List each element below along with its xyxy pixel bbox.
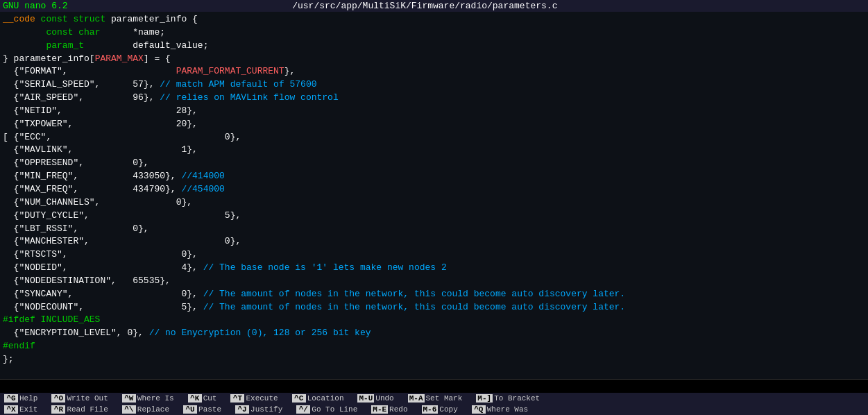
shortcut-group[interactable]: M-6Copy (418, 404, 468, 415)
code-line: }; (3, 353, 865, 366)
shortcut-key: ^/ (296, 405, 310, 414)
editor-area[interactable]: __code const struct parameter_info { con… (0, 12, 868, 379)
shortcut-group[interactable]: ^TExecute (226, 393, 287, 404)
code-line: {"LBT_RSSI", 0}, (3, 223, 865, 236)
shortcut-key: M-E (371, 405, 388, 414)
shortcut-key: ^C (292, 394, 306, 403)
shortcut-group[interactable]: ^\Replace (118, 404, 179, 415)
code-line: {"NODEID", 4}, // The base node is '1' l… (3, 262, 865, 275)
shortcut-key: ^O (51, 394, 65, 403)
shortcut-group[interactable]: M-UUndo (353, 393, 403, 404)
shortcut-label: Where Is (137, 394, 174, 403)
status-bar (0, 379, 868, 393)
code-line: {"NUM_CHANNELS", 0}, (3, 196, 865, 210)
code-line: {"RTSCTS", 0}, (3, 248, 865, 262)
shortcut-key: ^U (183, 405, 197, 414)
shortcut-group[interactable]: M-]To Bracket (472, 393, 550, 404)
shortcut-group[interactable]: ^XExit (0, 404, 47, 415)
code-line: {"NETID", 28}, (3, 105, 865, 118)
shortcut-label: Copy (439, 405, 457, 414)
code-line: } parameter_info[PARAM_MAX] = { (3, 53, 865, 66)
title-bar: GNU nano 6.2 /usr/src/app/MultiSiK/Firmw… (0, 0, 868, 12)
shortcut-label: Write Out (67, 394, 108, 403)
shortcut-label: To Bracket (494, 394, 540, 403)
shortcut-group[interactable]: ^JJustify (231, 404, 292, 415)
code-line: #endif (3, 340, 865, 353)
code-line: {"AIR_SPEED", 96}, // relies on MAVLink … (3, 92, 865, 105)
shortcut-group[interactable]: ^KCut (184, 393, 227, 404)
shortcut-label: Read File (67, 405, 108, 414)
shortcut-group[interactable]: ^WWhere Is (118, 393, 184, 404)
code-line: [ {"ECC", 0}, (3, 131, 865, 144)
shortcut-label: Redo (389, 405, 407, 414)
shortcut-bar: ^GHelp^OWrite Out^WWhere Is^KCut^TExecut… (0, 393, 868, 415)
shortcut-group[interactable]: ^CLocation (288, 393, 354, 404)
code-line: {"MAVLINK", 1}, (3, 144, 865, 157)
code-line: param_t default_value; (3, 40, 865, 53)
shortcut-group[interactable]: ^RRead File (47, 404, 117, 415)
code-line: {"TXPOWER", 20}, (3, 118, 865, 131)
code-line (3, 366, 865, 379)
code-line: {"FORMAT", PARAM_FORMAT_CURRENT}, (3, 65, 865, 78)
code-line: const char *name; (3, 26, 865, 40)
shortcut-label: Undo (375, 394, 393, 403)
shortcut-label: Where Was (487, 405, 528, 414)
code-line: {"SERIAL_SPEED", 57}, // match APM defau… (3, 78, 865, 92)
shortcut-key: ^R (51, 405, 65, 414)
shortcut-group[interactable]: M-ERedo (367, 404, 417, 415)
shortcut-key: ^W (122, 394, 136, 403)
shortcut-group[interactable]: M-ASet Mark (404, 393, 473, 404)
shortcut-group[interactable]: ^GHelp (0, 393, 47, 404)
shortcut-key: ^G (4, 394, 18, 403)
shortcut-label: Execute (246, 394, 278, 403)
shortcut-group[interactable]: ^OWrite Out (47, 393, 117, 404)
shortcut-label: Set Mark (426, 394, 463, 403)
shortcut-label: Exit (19, 405, 37, 414)
shortcut-group[interactable]: ^QWhere Was (468, 404, 538, 415)
code-line: {"MIN_FREQ", 433050}, //414000 (3, 170, 865, 183)
code-line: {"DUTY_CYCLE", 5}, (3, 210, 865, 223)
shortcut-key: ^\ (122, 405, 136, 414)
shortcut-label: Help (19, 394, 37, 403)
shortcut-key: ^K (188, 394, 202, 403)
code-line: {"ENCRYPTION_LEVEL", 0}, // no Enycrypti… (3, 327, 865, 340)
shortcut-label: Justify (250, 405, 282, 414)
shortcut-key: M-6 (422, 405, 439, 414)
shortcut-key: M-A (408, 394, 425, 403)
shortcut-label: Go To Line (312, 405, 357, 414)
shortcut-key: ^T (230, 394, 244, 403)
shortcut-label: Replace (137, 405, 169, 414)
code-line: {"MANCHESTER", 0}, (3, 235, 865, 248)
shortcut-label: Location (307, 394, 344, 403)
shortcut-key: ^Q (472, 405, 486, 414)
shortcut-key: ^X (4, 405, 18, 414)
shortcut-key: M-U (357, 394, 374, 403)
nano-version: GNU nano 6.2 (3, 1, 68, 11)
code-line: __code const struct parameter_info { (3, 13, 865, 26)
code-line: {"NODEDESTINATION", 65535}, (3, 275, 865, 288)
code-line: {"NODECOUNT", 5}, // The amount of nodes… (3, 301, 865, 314)
code-line: #ifdef INCLUDE_AES (3, 314, 865, 327)
shortcut-key: M-] (476, 394, 493, 403)
code-line: {"SYNCANY", 0}, // The amount of nodes i… (3, 288, 865, 301)
code-line: {"OPPRESEND", 0}, (3, 157, 865, 170)
code-line: {"MAX_FREQ", 434790}, //454000 (3, 183, 865, 196)
shortcut-label: Cut (203, 394, 217, 403)
shortcut-group[interactable]: ^UPaste (179, 404, 231, 415)
file-path: /usr/src/app/MultiSiK/Firmware/radio/par… (68, 1, 782, 11)
shortcut-row-2: ^XExit^RRead File^\Replace^UPaste^JJusti… (0, 404, 868, 415)
shortcut-label: Paste (198, 405, 221, 414)
shortcut-row-1: ^GHelp^OWrite Out^WWhere Is^KCut^TExecut… (0, 393, 868, 404)
shortcut-group[interactable]: ^/Go To Line (292, 404, 367, 415)
shortcut-key: ^J (235, 405, 249, 414)
